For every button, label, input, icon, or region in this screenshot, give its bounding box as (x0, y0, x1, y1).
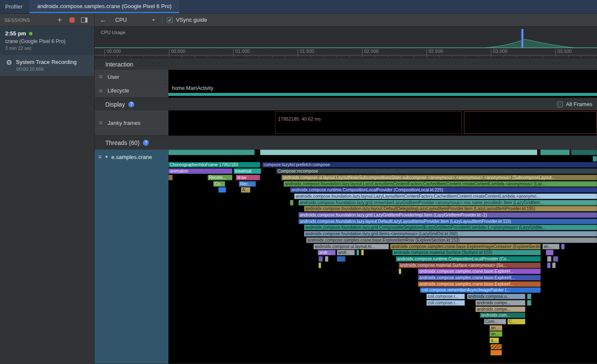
flame-bar[interactable] (325, 256, 328, 262)
flame-chart[interactable]: Choreographer#doFrame 17952183compose:la… (168, 150, 597, 364)
flame-bar[interactable]: androidx.compose.samples.crane.base.Expl… (306, 237, 597, 243)
flame-bar[interactable]: a... (490, 338, 499, 343)
flame-bar[interactable]: androidx.compose.foundation.lazy.layout.… (298, 219, 597, 224)
add-session-icon[interactable]: + (58, 17, 62, 23)
flame-bar[interactable]: androidx.compose.material.Surface (Surfa… (392, 250, 541, 255)
flame-bar[interactable]: Compose:recompose (276, 168, 597, 174)
flame-bar[interactable] (553, 256, 558, 262)
flame-bar[interactable]: androidx.compose.samples.crane.base.Expl… (418, 281, 541, 287)
flame-bar[interactable]: androidx.compo... (475, 306, 525, 312)
flame-bar[interactable] (290, 200, 293, 205)
flame-bar[interactable] (168, 150, 255, 155)
flame-bar[interactable]: coil.compose.r... (426, 294, 465, 299)
flame-bar[interactable]: Co... (213, 181, 225, 187)
flame-bar[interactable] (593, 156, 597, 162)
flame-bar[interactable]: androidx.compose.foundation.lazy.grid.La… (298, 212, 597, 218)
thread-label-column[interactable]: ≡ ▼ e.samples.crane (95, 150, 168, 364)
flame-bar[interactable]: A... (241, 187, 250, 193)
flame-bar[interactable]: Rec... (239, 181, 256, 187)
flame-bar[interactable] (547, 263, 551, 268)
recording-item[interactable]: ⚙ System Trace Recording 00:00:10.656 (0, 55, 94, 76)
drag-handle-icon[interactable]: ≡ (99, 87, 102, 94)
flame-bar[interactable]: androidx.compose.runtime.CompositionLoca… (396, 256, 541, 262)
user-track[interactable] (168, 70, 597, 84)
flame-bar[interactable]: androidx.compo... (475, 300, 525, 306)
flame-bar[interactable]: animation (168, 168, 232, 174)
collapse-thread-icon[interactable]: ▼ (104, 155, 108, 159)
flame-bar[interactable] (552, 263, 556, 268)
flame-bar[interactable] (571, 150, 597, 155)
flame-bar[interactable] (356, 250, 359, 255)
drag-handle-icon[interactable]: ≡ (98, 153, 101, 160)
flame-bar[interactable]: androidx.compose.u... (467, 294, 525, 299)
flame-bar[interactable]: coil.compose.rememberAsyncImagePainter (… (420, 287, 541, 293)
flame-bar[interactable] (490, 350, 502, 355)
timeline-ruler[interactable]: 00.00000.50001.00001.50002.00002.50003.0… (95, 48, 597, 58)
flame-bar[interactable] (337, 256, 345, 262)
flame-bar[interactable]: androidx.compose.runtime.CompositionLoca… (290, 187, 597, 193)
flame-bar[interactable] (361, 250, 364, 255)
help-icon[interactable]: ? (143, 140, 149, 146)
session-tab[interactable]: androidx.compose.samples.crane (Google P… (29, 0, 179, 13)
flame-bar[interactable]: androidx.compose.foundation.lazy.grid.re… (298, 200, 597, 205)
janky-frame-selected[interactable] (464, 111, 597, 134)
flame-bar[interactable]: C... (507, 319, 525, 324)
section-interaction[interactable]: Interaction (95, 58, 597, 70)
flame-bar[interactable]: Com... (484, 319, 506, 324)
flame-bar[interactable] (561, 244, 565, 249)
flame-bar[interactable] (490, 344, 502, 350)
flame-bar[interactable]: androidx.compose.ui.layout.m... (313, 244, 389, 249)
cpu-usage-strip[interactable]: CPU Usage 00.00000.50001.00001.50002.000… (95, 26, 597, 58)
profiler-type-dropdown[interactable]: CPU ▼ (113, 16, 158, 24)
flame-bar[interactable]: an... (490, 325, 502, 331)
flame-bar[interactable]: coil.compose.r... (426, 300, 465, 306)
flame-bar[interactable] (540, 150, 570, 155)
flame-bar[interactable]: androidx.compose.samples.crane.base.Expl… (390, 244, 541, 249)
flame-bar[interactable]: androidx.compose.material.Surface.<anony… (399, 263, 541, 268)
flame-bar[interactable] (319, 263, 321, 268)
janky-track[interactable]: 17952185: 40.62 ms (168, 110, 597, 136)
flame-bar[interactable]: androidx.compose.foundation.lazy.grid.it… (304, 231, 597, 237)
lifecycle-track[interactable]: home.MainActivity (168, 84, 597, 98)
drag-handle-icon[interactable]: ≡ (99, 119, 102, 126)
activity-lifecycle-bar[interactable] (168, 93, 597, 96)
flame-bar[interactable]: Choreographer#doFrame 17952183 (168, 162, 260, 168)
drag-handle-icon[interactable]: ≡ (99, 73, 102, 80)
vsync-checkbox[interactable]: ✓ (167, 17, 173, 23)
flame-bar[interactable] (527, 300, 531, 306)
flame-bar[interactable]: androidx.compose.foundation.lazy.layout.… (304, 206, 597, 211)
flame-bar[interactable] (527, 294, 531, 299)
flame-bar[interactable] (218, 187, 226, 193)
collapse-panel-icon[interactable] (81, 17, 87, 23)
section-threads[interactable]: Threads (60) ? (95, 136, 597, 150)
flame-bar[interactable]: androidx.compose.foundation.lazy.layout.… (294, 194, 597, 199)
session-card[interactable]: 2:55 pm crane (Google Pixel 6 Pro) 3 min… (0, 26, 94, 55)
help-icon[interactable]: ? (128, 101, 134, 107)
flame-bar[interactable]: androidx.com... (480, 312, 525, 318)
flame-bar[interactable] (399, 269, 401, 274)
flame-bar[interactable] (168, 175, 173, 180)
flame-bar[interactable]: androidx.compose.foundation.lazy.grid.Co… (304, 225, 597, 230)
flame-bar[interactable] (547, 256, 551, 262)
janky-frame[interactable]: 17952185: 40.62 ms (275, 111, 462, 134)
section-display[interactable]: Display ? All Frames (95, 98, 597, 110)
flame-bar[interactable]: traversal (234, 168, 261, 174)
user-track-label[interactable]: ≡ User (95, 70, 168, 84)
flame-bar[interactable]: androidx.compose.ui.layout.LayoutNodeSub… (281, 175, 597, 180)
flame-bar[interactable]: androidx.compose.foundation.lazy.layout.… (284, 181, 597, 187)
flame-bar[interactable]: andr... (318, 250, 336, 255)
flame-bar[interactable] (319, 256, 323, 262)
stop-recording-icon[interactable] (70, 17, 75, 23)
flame-bar[interactable]: andr... (337, 250, 355, 255)
flame-bar[interactable]: draw (236, 175, 260, 180)
lifecycle-track-label[interactable]: ≡ Lifecycle (95, 84, 168, 98)
flame-bar[interactable]: androidx.compose.samples.crane.base.Expl… (418, 275, 541, 280)
flame-bar[interactable]: androidx.compose.samples.crane.base.Expl… (418, 269, 541, 274)
flame-bar[interactable]: compose:lazylist:prefetch:compose (262, 162, 597, 168)
back-arrow-icon[interactable]: ← (100, 16, 107, 24)
flame-bar[interactable] (260, 150, 537, 155)
janky-track-label[interactable]: ≡ Janky frames (95, 110, 168, 136)
all-frames-checkbox[interactable] (557, 101, 563, 107)
flame-bar[interactable]: an... (490, 331, 502, 337)
flame-bar[interactable]: Recom... (208, 175, 232, 180)
